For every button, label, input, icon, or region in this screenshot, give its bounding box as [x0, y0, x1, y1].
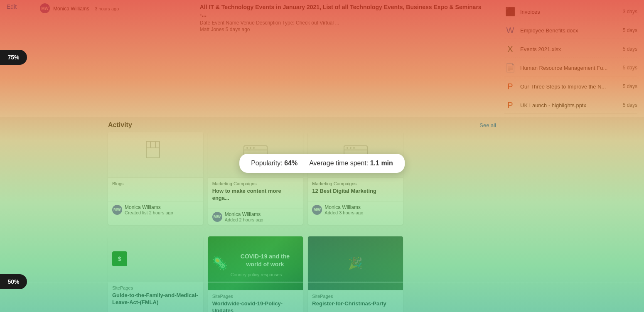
- edit-button[interactable]: Edit: [7, 3, 17, 10]
- progress-line-75: [27, 57, 644, 58]
- popularity-stat: Popularity: 64%: [251, 160, 297, 167]
- file-item-steps[interactable]: P Our Three Steps to Improve the N... 5 …: [504, 78, 637, 95]
- card-covid[interactable]: 🦠 COVID-19 and the world of work Country…: [208, 236, 303, 312]
- blog-card-body: Blogs: [108, 178, 203, 201]
- see-all-link[interactable]: See all: [479, 122, 496, 128]
- file-item-uk[interactable]: P UK Launch - highlights.pptx 5 days: [504, 97, 637, 114]
- event-title: All IT & Technology Events in January 20…: [200, 3, 489, 18]
- file-name: Human Resource Management Fu...: [520, 65, 619, 71]
- avatar: MW: [312, 205, 322, 215]
- card-title: How to make content more enga...: [212, 188, 299, 202]
- user-time: 3 hours ago: [95, 6, 119, 11]
- card-marketing-1[interactable]: Marketing Campaigns How to make content …: [208, 132, 303, 225]
- tooltip-popup: Popularity: 64% Average time spent: 1.1 …: [239, 154, 405, 173]
- cards-row-2: $ SitePages Guide-to-the-Family-and-Medi…: [108, 236, 403, 312]
- author-action: Added 2 hours ago: [225, 217, 299, 222]
- word-icon: W: [504, 25, 516, 36]
- card-sitepages-1[interactable]: $ SitePages Guide-to-the-Family-and-Medi…: [108, 236, 203, 312]
- file-date: 3 days: [623, 9, 637, 15]
- user-name: Monica Williams: [53, 6, 89, 12]
- svg-point-10: [347, 147, 348, 149]
- author-name: Monica Williams: [225, 211, 299, 217]
- avatar: MW: [40, 3, 50, 13]
- file-name: Invoices: [520, 9, 619, 15]
- sitepage-card-body-1: SitePages Guide-to-the-Family-and-Medica…: [108, 282, 203, 312]
- card-title: Register-for-Christmas-Party: [312, 300, 399, 307]
- file-name: Our Three Steps to Improve the N...: [520, 84, 619, 90]
- card-marketing-2[interactable]: Marketing Campaigns 12 Best Digital Mark…: [308, 132, 403, 225]
- card-category: SitePages: [312, 294, 399, 299]
- file-item-hr[interactable]: 📄 Human Resource Management Fu... 5 days: [504, 59, 637, 76]
- card-christmas-party[interactable]: 🎉 SitePages Register-for-Christmas-Party…: [308, 236, 403, 312]
- recent-files-panel: ⬛ Invoices 3 days W Employee Benefits.do…: [504, 3, 637, 114]
- time-stat: Average time spent: 1.1 min: [309, 160, 393, 167]
- card-blogs[interactable]: Blogs MW Monica Williams Created list 2 …: [108, 132, 203, 225]
- svg-point-5: [246, 147, 248, 149]
- author-action: Added 3 hours ago: [324, 210, 399, 215]
- card-grid-row1: Blogs MW Monica Williams Created list 2 …: [0, 130, 511, 225]
- avatar: MW: [112, 205, 122, 215]
- sitepage-icon-area-1: $: [108, 236, 203, 282]
- marketing-card-body-1: Marketing Campaigns How to make content …: [208, 178, 303, 209]
- activity-title: Activity: [108, 121, 132, 129]
- author-info: Monica Williams Added 2 hours ago: [225, 211, 299, 222]
- marketing-card-body-2: Marketing Campaigns 12 Best Digital Mark…: [308, 178, 403, 201]
- card-category: SitePages: [212, 294, 299, 299]
- card-footer: MW Monica Williams Added 3 hours ago: [308, 201, 403, 218]
- invoice-icon: ⬛: [504, 6, 516, 17]
- card-category: Marketing Campaigns: [212, 181, 299, 186]
- blog-icon-area: [108, 132, 203, 178]
- card-category: Blogs: [112, 181, 199, 186]
- pdf-icon: 📄: [504, 62, 516, 74]
- avatar: MW: [212, 212, 222, 222]
- file-name: Events 2021.xlsx: [520, 46, 619, 52]
- event-description: Date Event Name Venue Description Type: …: [200, 20, 489, 26]
- event-author-date: Matt Jones 5 days ago: [200, 27, 489, 32]
- card-category: SitePages: [112, 285, 199, 290]
- card-grid-row2: $ SitePages Guide-to-the-Family-and-Medi…: [0, 233, 511, 312]
- card-category: Marketing Campaigns: [312, 181, 399, 186]
- covid-title-text: COVID-19 and the world of work: [231, 249, 300, 272]
- file-item-employee[interactable]: W Employee Benefits.docx 5 days: [504, 22, 637, 39]
- ppt-icon-2: P: [504, 99, 516, 111]
- file-item-events[interactable]: X Events 2021.xlsx 5 days: [504, 41, 637, 58]
- author-name: Monica Williams: [125, 204, 199, 210]
- ppt-icon-1: P: [504, 81, 516, 92]
- file-item-invoices[interactable]: ⬛ Invoices 3 days: [504, 3, 637, 20]
- file-date: 5 days: [623, 46, 637, 52]
- time-value: 1.1 min: [370, 160, 393, 167]
- activity-header: Activity See all: [0, 118, 644, 130]
- top-content-area: Edit MW Monica Williams 3 hours ago All …: [0, 0, 644, 117]
- author-action: Created list 2 hours ago: [125, 210, 199, 215]
- card-footer: MW Monica Williams Added 2 hours ago: [208, 209, 303, 225]
- author-name: Monica Williams: [324, 204, 399, 210]
- covid-subtitle-text: Country policy responses: [231, 272, 300, 277]
- author-info: Monica Williams Added 3 hours ago: [324, 204, 399, 215]
- author-info: Monica Williams Created list 2 hours ago: [125, 204, 199, 215]
- sitepage-dollar-icon: $: [112, 251, 127, 266]
- covid-card-body: SitePages Worldwide-covid-19-Policy-Upda…: [208, 290, 303, 312]
- progress-marker-50: 50%: [0, 274, 27, 289]
- file-date: 5 days: [623, 65, 637, 71]
- card-title: Worldwide-covid-19-Policy-Updates: [212, 300, 299, 312]
- file-name: UK Launch - highlights.pptx: [520, 102, 619, 108]
- svg-point-11: [350, 147, 351, 149]
- progress-line-50: [27, 282, 644, 283]
- card-title: 12 Best Digital Marketing: [312, 188, 399, 195]
- virus-icon: 🦠: [211, 255, 228, 271]
- progress-marker-75: 75%: [0, 50, 27, 65]
- file-date: 5 days: [623, 84, 637, 89]
- svg-point-6: [250, 147, 251, 149]
- svg-rect-0: [146, 141, 160, 158]
- file-date: 5 days: [623, 102, 637, 108]
- blog-document-icon: [143, 140, 168, 170]
- card-footer: MW Monica Williams Created list 2 hours …: [108, 201, 203, 218]
- popularity-value: 64%: [284, 160, 297, 167]
- excel-icon: X: [504, 43, 516, 55]
- svg-point-7: [253, 147, 255, 149]
- file-name: Employee Benefits.docx: [520, 27, 619, 34]
- file-date: 5 days: [623, 27, 637, 33]
- cards-row-1: Blogs MW Monica Williams Created list 2 …: [108, 132, 403, 225]
- party-card-body: SitePages Register-for-Christmas-Party: [308, 290, 403, 312]
- svg-point-12: [353, 147, 355, 149]
